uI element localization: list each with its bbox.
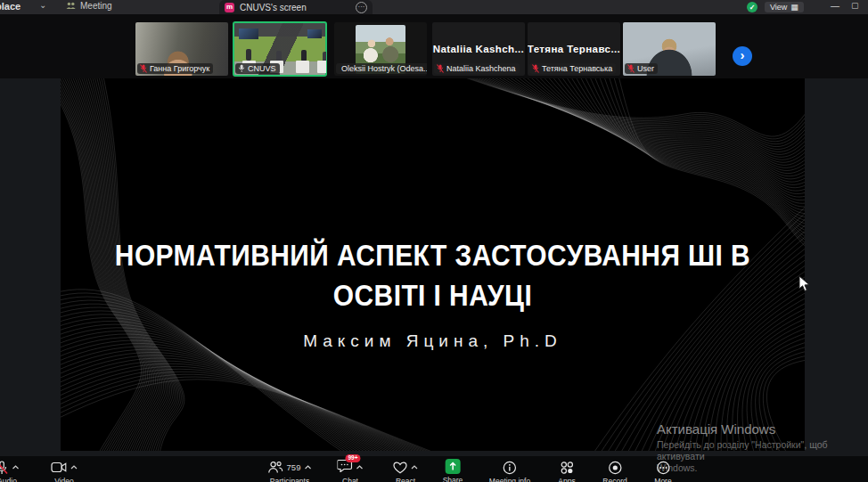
meeting-info-button[interactable]: Meeting info [489, 460, 530, 482]
react-button[interactable]: React [393, 460, 418, 482]
participant-name-tag: User [625, 63, 658, 74]
chat-options-caret[interactable] [356, 465, 364, 470]
chat-unread-badge: 99+ [346, 454, 361, 462]
chat-label: Chat [342, 477, 358, 482]
participant-name-tag: CNUVS [235, 63, 280, 74]
video-tile-oleksii[interactable]: Oleksii Hostryk (Odesa... [334, 22, 427, 76]
participants-icon [268, 461, 283, 474]
react-options-caret[interactable] [411, 465, 418, 470]
stage-people [246, 49, 251, 61]
react-label: React [396, 477, 415, 482]
tab-options-icon[interactable]: ··· [356, 2, 367, 13]
more-button[interactable]: More [654, 460, 671, 482]
audio-button[interactable]: Audio [0, 460, 20, 482]
view-button[interactable]: View ▦ [765, 2, 804, 12]
meeting-info-label: Meeting info [489, 477, 530, 482]
meeting-people-icon [66, 2, 76, 10]
participant-name-tag: Ганна Григорчук [137, 63, 213, 74]
slide-subtitle: Максим Яцина, Ph.D [61, 331, 805, 351]
tab-screen-share[interactable]: m CNUVS's screen ··· [219, 0, 373, 14]
more-icon [656, 461, 670, 475]
tab-meeting-label: Meeting [80, 1, 112, 11]
participant-name-tag: Nataliia Kashchena [434, 63, 520, 74]
video-label: Video [54, 477, 74, 482]
shared-slide: НОРМАТИВНИЙ АСПЕКТ ЗАСТОСУВАННЯ ШІ В ОСВ… [61, 78, 805, 451]
tab-meeting[interactable]: Meeting [66, 1, 112, 11]
react-heart-icon [393, 462, 407, 474]
record-button[interactable]: Record [602, 460, 626, 482]
video-button[interactable]: Video [51, 460, 78, 482]
mic-muted-icon [0, 461, 9, 475]
zoom-meeting-window: { "titlebar": { "workspace_label": "plac… [0, 0, 868, 482]
video-tile-nataliia[interactable]: Nataliia Kashch... Nataliia Kashchena [432, 22, 525, 76]
video-tile-hanna[interactable]: Ганна Григорчук [135, 22, 228, 76]
participant-name-tag: Тетяна Тернавська [529, 63, 616, 74]
record-icon [608, 461, 622, 475]
participants-count: 759 [287, 462, 301, 472]
workspace-menu[interactable]: place [0, 1, 20, 12]
participants-options-caret[interactable] [304, 465, 311, 470]
participants-label: Participants [270, 477, 309, 482]
view-grid-icon: ▦ [790, 3, 798, 12]
audio-label: Audio [0, 477, 17, 482]
video-tile-cnuvs[interactable]: CNUVS [233, 22, 326, 76]
muted-mic-icon [140, 64, 147, 73]
stage-screen-right [307, 29, 322, 38]
encryption-shield-icon[interactable]: ✓ [747, 2, 757, 12]
video-camera-icon [51, 462, 67, 473]
maximize-button[interactable]: ▢ [851, 1, 859, 10]
muted-mic-icon [532, 64, 539, 73]
video-tile-user[interactable]: User [623, 22, 716, 76]
chevron-down-icon[interactable]: ⌄ [39, 0, 46, 10]
tab-screen-share-label: CNUVS's screen [240, 3, 350, 12]
minimize-button[interactable]: — [831, 1, 839, 11]
participant-filmstrip: Ганна Григорчук CNUVS Oleksii Hostryk (O… [0, 14, 868, 78]
stage-screen-left [239, 29, 258, 39]
video-tile-tetiana[interactable]: Тетяна Тернавс... Тетяна Тернавська [528, 22, 620, 76]
more-label: More [654, 477, 671, 482]
window-titlebar: place ⌄ Meeting m CNUVS's screen ··· ✓ V… [0, 0, 868, 14]
screen-share-app-icon: m [225, 3, 234, 12]
participant-name-tag: Oleksii Hostryk (Odesa... [336, 63, 427, 74]
audio-options-caret[interactable] [12, 465, 20, 470]
meeting-toolbar: Audio Video 759 Particip [0, 456, 868, 482]
muted-mic-icon [437, 64, 444, 73]
chat-button[interactable]: 99+ Chat [338, 460, 364, 482]
mic-icon [238, 64, 245, 73]
next-participants-button[interactable]: › [733, 46, 752, 66]
share-label: Share [443, 476, 463, 482]
slide-title: НОРМАТИВНИЙ АСПЕКТ ЗАСТОСУВАННЯ ШІ В ОСВ… [105, 235, 760, 315]
meeting-info-icon [503, 461, 517, 475]
apps-button[interactable]: Apps [558, 460, 575, 482]
record-label: Record [602, 477, 626, 482]
share-screen-icon [446, 459, 461, 474]
view-button-label: View [770, 3, 787, 12]
apps-icon [560, 461, 574, 475]
muted-mic-icon [627, 64, 635, 73]
participants-button[interactable]: 759 Participants [268, 460, 312, 482]
apps-label: Apps [558, 477, 575, 482]
share-button[interactable]: Share [443, 459, 463, 482]
video-options-caret[interactable] [70, 465, 78, 470]
